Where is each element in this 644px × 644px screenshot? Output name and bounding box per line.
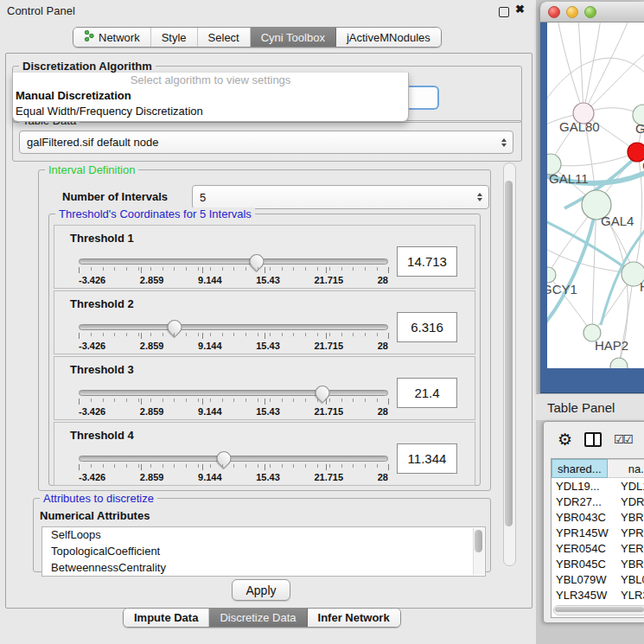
scale-tick-label: 9.144 bbox=[198, 275, 222, 285]
control-panel-tabs: Network Style Select Cyni Toolbox jActiv… bbox=[73, 27, 442, 48]
checkbox-icons[interactable]: ☑☑ bbox=[614, 432, 632, 446]
column-header-shared-name[interactable]: shared... bbox=[552, 459, 608, 478]
number-of-intervals-combobox[interactable]: 5 bbox=[192, 185, 489, 209]
cell-name: YBR0 bbox=[615, 511, 644, 524]
apply-button[interactable]: Apply bbox=[232, 579, 290, 601]
algorithm-combobox-focus-ring[interactable] bbox=[406, 86, 439, 110]
tab-select[interactable]: Select bbox=[198, 28, 251, 47]
dropdown-prompt-option[interactable]: Select algorithm to view settings bbox=[13, 73, 408, 88]
slider-scale: -3.4262.8599.14415.4321.71528 bbox=[79, 341, 388, 351]
table-row[interactable]: YLR345W YLR3 bbox=[552, 587, 644, 603]
scale-tick-label: 2.859 bbox=[140, 472, 164, 482]
slider-track[interactable] bbox=[79, 456, 388, 462]
table-horizontal-scrollbar[interactable] bbox=[553, 605, 644, 615]
split-view-icon[interactable] bbox=[584, 432, 602, 447]
threshold-1-label: Threshold 1 bbox=[70, 232, 134, 245]
threshold-3-slider[interactable]: -3.4262.8599.14415.4321.71528 bbox=[79, 390, 388, 417]
tab-network[interactable]: Network bbox=[73, 28, 151, 47]
control-panel: Control Panel ✖ Network Style Select bbox=[0, 0, 536, 644]
scrollbar-thumb[interactable] bbox=[475, 530, 482, 552]
threshold-2-value-field[interactable]: 6.316 bbox=[397, 312, 457, 342]
list-item[interactable]: SelfLoops bbox=[42, 527, 485, 544]
scrollbar-thumb[interactable] bbox=[555, 607, 644, 612]
list-vertical-scrollbar[interactable] bbox=[473, 528, 484, 575]
slider-ticks bbox=[79, 267, 388, 273]
scale-tick-label: 21.715 bbox=[314, 341, 343, 351]
number-of-intervals-label: Number of Intervals bbox=[62, 190, 168, 203]
table-row[interactable]: YPR145W YPR1 bbox=[552, 525, 644, 540]
dropdown-option-manual-discretization[interactable]: Manual Discretization bbox=[13, 88, 408, 104]
network-node[interactable] bbox=[610, 358, 628, 368]
cell-name: YPR1 bbox=[615, 526, 644, 539]
table-panel-title: Table Panel bbox=[536, 400, 615, 415]
scale-tick-label: 2.859 bbox=[140, 406, 164, 417]
network-graph: GAL80GCGAL11GAL4GCY1HHAP2 bbox=[547, 22, 644, 368]
table-row[interactable]: YDR27... YDR2 bbox=[552, 494, 644, 509]
scale-tick-label: 21.715 bbox=[314, 472, 343, 482]
slider-track[interactable] bbox=[79, 324, 388, 330]
spinner-icon bbox=[501, 138, 507, 147]
column-header-name[interactable]: na... bbox=[608, 459, 644, 478]
slider-track[interactable] bbox=[79, 258, 388, 265]
right-workspace: GAL80GCGAL11GAL4GCY1HHAP2 Table Panel ⚙ … bbox=[536, 0, 644, 644]
network-node-label: GAL4 bbox=[601, 214, 634, 228]
table-row[interactable]: YBR043C YBR0 bbox=[552, 509, 644, 525]
scale-tick-label: 2.859 bbox=[140, 341, 164, 351]
network-canvas[interactable]: GAL80GCGAL11GAL4GCY1HHAP2 bbox=[547, 22, 644, 368]
threshold-4-value-field[interactable]: 11.344 bbox=[397, 443, 457, 474]
cell-shared-name: YPR145W bbox=[552, 526, 615, 539]
tab-cyni-toolbox[interactable]: Cyni Toolbox bbox=[251, 28, 336, 47]
table-data-combobox[interactable]: galFiltered.sif default node bbox=[19, 131, 513, 154]
scale-tick-label: 15.43 bbox=[256, 275, 280, 285]
window-zoom-icon[interactable] bbox=[584, 6, 596, 18]
attributes-group-label: Attributes to discretize bbox=[40, 492, 157, 505]
table-data-selected-value: galFiltered.sif default node bbox=[27, 136, 158, 149]
list-item[interactable]: TopologicalCoefficient bbox=[42, 544, 485, 560]
threshold-2-slider[interactable]: -3.4262.8599.14415.4321.71528 bbox=[79, 324, 388, 351]
float-icon[interactable] bbox=[499, 7, 509, 17]
settings-vertical-scrollbar[interactable] bbox=[503, 163, 516, 566]
spinner-icon bbox=[477, 193, 482, 201]
slider-scale: -3.4262.8599.14415.4321.71528 bbox=[79, 472, 388, 482]
threshold-4-panel: Threshold 4 -3.4262.8599.14415.4321.7152… bbox=[54, 422, 475, 486]
table-row[interactable]: YBL079W YBL0 bbox=[552, 571, 644, 587]
scrollbar-thumb[interactable] bbox=[505, 181, 513, 526]
threshold-2-label: Threshold 2 bbox=[70, 297, 134, 310]
scale-tick-label: 15.43 bbox=[256, 406, 280, 417]
number-of-intervals-value: 5 bbox=[200, 191, 206, 204]
scale-tick-label: -3.426 bbox=[79, 341, 105, 351]
table-row[interactable]: YDL19... YDL1 bbox=[552, 478, 644, 494]
tab-jactivemnodules[interactable]: jActiveMNodules bbox=[336, 28, 441, 47]
numerical-attributes-list[interactable]: SelfLoopsTopologicalCoefficientBetweenne… bbox=[41, 526, 486, 577]
threshold-4-slider[interactable]: -3.4262.8599.14415.4321.71528 bbox=[79, 456, 388, 482]
close-icon[interactable]: ✖ bbox=[515, 3, 525, 16]
list-item[interactable]: BetweennessCentrality bbox=[42, 560, 485, 577]
network-node-label: GAL11 bbox=[549, 171, 589, 186]
threshold-3-value-field[interactable]: 21.4 bbox=[397, 378, 457, 408]
network-node[interactable] bbox=[547, 267, 556, 283]
tab-infer-network[interactable]: Infer Network bbox=[308, 609, 400, 627]
table-row[interactable]: YBR045C YBR0 bbox=[552, 556, 644, 571]
threshold-1-value-field[interactable]: 14.713 bbox=[397, 246, 457, 277]
network-view-window: GAL80GCGAL11GAL4GCY1HHAP2 bbox=[540, 2, 644, 394]
tab-impute-data[interactable]: Impute Data bbox=[124, 609, 209, 627]
dropdown-option-equal-width-frequency[interactable]: Equal Width/Frequency Discretization bbox=[13, 104, 408, 119]
network-window-titlebar[interactable] bbox=[540, 2, 644, 22]
slider-track[interactable] bbox=[79, 390, 388, 396]
window-minimize-icon[interactable] bbox=[566, 6, 578, 18]
table-header-row: shared... na... bbox=[552, 459, 644, 478]
threshold-1-slider[interactable]: -3.4262.8599.14415.4321.71528 bbox=[79, 258, 388, 285]
window-close-icon[interactable] bbox=[548, 6, 560, 18]
scale-tick-label: 15.43 bbox=[256, 472, 280, 482]
tab-style[interactable]: Style bbox=[151, 28, 198, 47]
table-row[interactable]: YER054C YER0 bbox=[552, 540, 644, 556]
network-node-label: H bbox=[640, 279, 644, 294]
network-node-label: GAL80 bbox=[559, 119, 600, 134]
tab-discretize-data[interactable]: Discretize Data bbox=[209, 609, 307, 627]
gear-icon[interactable]: ⚙ bbox=[558, 431, 572, 448]
threshold-3-label: Threshold 3 bbox=[70, 363, 134, 376]
cell-shared-name: YDR27... bbox=[552, 495, 615, 508]
network-icon bbox=[84, 30, 94, 44]
table-panel-header: Table Panel bbox=[536, 393, 644, 420]
slider-ticks bbox=[79, 333, 388, 339]
